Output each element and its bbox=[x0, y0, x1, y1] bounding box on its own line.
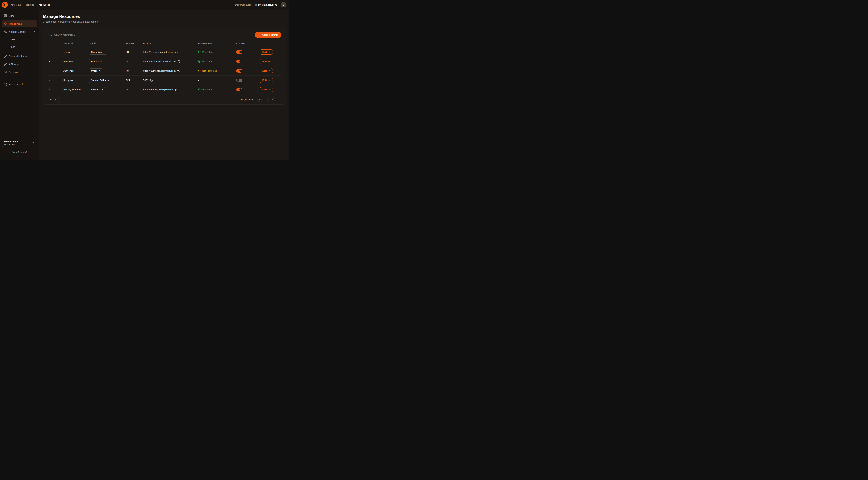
enabled-toggle[interactable] bbox=[236, 79, 243, 82]
copy-icon bbox=[178, 60, 180, 63]
resource-access: 5432 bbox=[143, 79, 149, 82]
enabled-toggle[interactable] bbox=[236, 60, 243, 63]
resource-name: Authentik bbox=[63, 69, 89, 72]
user-email[interactable]: joe@example.com bbox=[255, 3, 277, 6]
edit-button[interactable]: Edit bbox=[260, 50, 273, 55]
sidebar-item-access-control[interactable]: Access Control bbox=[2, 28, 37, 35]
page-title: Manage Resources bbox=[43, 14, 286, 19]
edit-button[interactable]: Edit bbox=[260, 68, 273, 73]
arrow-right-icon bbox=[268, 60, 270, 63]
sidebar-item-api-keys[interactable]: API Keys bbox=[2, 61, 37, 68]
sidebar-item-shareable-links[interactable]: Shareable Links bbox=[2, 53, 37, 60]
arrow-right-icon bbox=[268, 51, 270, 53]
breadcrumb-org[interactable]: home-lab bbox=[11, 3, 21, 6]
org-switcher[interactable]: Organization Home Lab bbox=[2, 139, 37, 147]
sort-icon bbox=[214, 42, 216, 44]
copy-button[interactable] bbox=[175, 89, 177, 91]
external-link-icon bbox=[25, 151, 27, 153]
ellipsis-icon bbox=[49, 60, 52, 63]
next-page-button[interactable] bbox=[270, 97, 275, 102]
copy-button[interactable] bbox=[177, 70, 180, 72]
ellipsis-icon bbox=[49, 79, 52, 82]
row-menu-button[interactable] bbox=[48, 50, 53, 54]
sidebar: Sites Resources Access Control bbox=[0, 10, 39, 160]
sidebar-item-roles[interactable]: Roles bbox=[2, 43, 37, 50]
avatar[interactable]: J bbox=[281, 2, 286, 7]
sidebar-item-sites[interactable]: Sites bbox=[2, 12, 37, 19]
site-link-button[interactable]: Home Lab bbox=[89, 50, 107, 55]
site-link-button[interactable]: Office bbox=[89, 68, 103, 73]
edit-button[interactable]: Edit bbox=[260, 59, 273, 64]
add-resource-button[interactable]: Add Resource bbox=[255, 32, 281, 38]
shield-check-icon bbox=[198, 88, 201, 91]
pagination: 20 Page 1 of 1 bbox=[48, 97, 281, 102]
column-header-enabled: Enabled bbox=[236, 42, 261, 45]
enabled-toggle[interactable] bbox=[236, 50, 243, 54]
arrow-up-right-icon bbox=[99, 70, 101, 72]
main-content: Manage Resources Create secure proxies t… bbox=[39, 10, 289, 160]
row-menu-button[interactable] bbox=[48, 60, 53, 63]
edit-button[interactable]: Edit bbox=[260, 87, 273, 92]
auth-cell: Protected bbox=[198, 60, 236, 63]
sidebar-item-server-admin[interactable]: Server Admin bbox=[2, 81, 37, 88]
first-page-button[interactable] bbox=[257, 97, 262, 102]
resource-name: Immich bbox=[63, 51, 89, 53]
server-icon bbox=[4, 83, 7, 86]
table-row: Immich Home Lab TCP https://immich.examp… bbox=[48, 47, 281, 57]
edit-button[interactable]: Edit bbox=[260, 78, 273, 83]
open-source-link[interactable]: Open Source bbox=[11, 151, 27, 153]
auth-cell: - bbox=[198, 79, 236, 82]
chevron-right-icon bbox=[35, 4, 37, 6]
resource-name: Battery Manager bbox=[63, 88, 89, 91]
sidebar-item-settings[interactable]: Settings bbox=[2, 69, 37, 76]
column-header-authentication[interactable]: Authentication bbox=[198, 42, 236, 45]
search-icon bbox=[50, 33, 53, 36]
resource-access: https://battery.example.com bbox=[143, 88, 173, 91]
shield-check-icon bbox=[198, 51, 201, 53]
app-window: home-lab settings resources Documentatio… bbox=[0, 0, 289, 160]
page-subtitle: Create secure proxies to your private ap… bbox=[43, 20, 286, 23]
site-link-button[interactable]: Home Lab bbox=[89, 59, 107, 64]
documentation-link[interactable]: Documentation bbox=[235, 3, 251, 6]
row-menu-button[interactable] bbox=[48, 88, 53, 91]
ellipsis-icon bbox=[49, 51, 52, 53]
resources-card: Add Resource Name Site bbox=[43, 27, 286, 104]
breadcrumb: home-lab settings resources bbox=[11, 3, 50, 6]
site-link-button[interactable]: Second Office bbox=[89, 78, 112, 83]
enabled-toggle[interactable] bbox=[236, 69, 243, 72]
plus-icon bbox=[258, 33, 260, 36]
prev-page-button[interactable] bbox=[264, 97, 269, 102]
arrow-right-icon bbox=[268, 79, 270, 82]
row-menu-button[interactable] bbox=[48, 69, 53, 72]
sidebar-item-label: Access Control bbox=[9, 30, 26, 33]
copy-icon bbox=[175, 89, 177, 91]
auth-status-label: - bbox=[198, 79, 199, 82]
key-icon bbox=[4, 63, 7, 66]
sidebar-item-label: Resources bbox=[9, 23, 22, 25]
breadcrumb-settings[interactable]: settings bbox=[26, 3, 34, 6]
column-header-site[interactable]: Site bbox=[89, 42, 126, 45]
sidebar-item-resources[interactable]: Resources bbox=[2, 20, 37, 27]
row-menu-button[interactable] bbox=[48, 79, 53, 82]
resource-protocol: TCP bbox=[126, 60, 143, 63]
site-link-button[interactable]: Edge 01 bbox=[89, 87, 105, 92]
gear-icon bbox=[4, 70, 7, 74]
sidebar-item-users[interactable]: Users bbox=[2, 36, 37, 43]
enabled-toggle[interactable] bbox=[236, 88, 243, 91]
copy-button[interactable] bbox=[175, 51, 178, 53]
page-size-select[interactable]: 20 bbox=[48, 97, 59, 102]
copy-button[interactable] bbox=[150, 79, 153, 82]
auth-cell: Protected bbox=[198, 88, 236, 91]
auth-cell: Protected bbox=[198, 51, 236, 53]
copy-button[interactable] bbox=[178, 60, 180, 63]
column-header-name[interactable]: Name bbox=[63, 42, 89, 45]
breadcrumb-current: resources bbox=[39, 3, 51, 6]
column-header-protocol: Protocol bbox=[126, 42, 143, 45]
last-page-button[interactable] bbox=[276, 97, 281, 102]
sidebar-item-label: API Keys bbox=[9, 63, 19, 66]
access-control-icon bbox=[4, 30, 7, 33]
search-input[interactable] bbox=[54, 33, 106, 36]
table-row: Authentik Office TCP https://authentik.e… bbox=[48, 66, 281, 76]
arrow-up-right-icon bbox=[107, 79, 110, 82]
sort-icon bbox=[94, 42, 96, 44]
